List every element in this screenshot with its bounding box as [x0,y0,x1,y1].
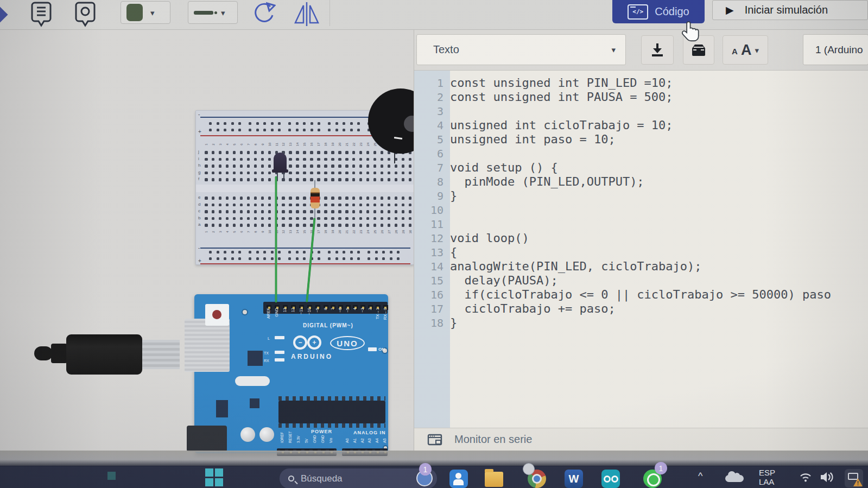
capacitor [240,427,255,442]
chip-small [248,351,263,366]
code-line[interactable]: 8 pinMode (PIN_LED,OUTPUT); [414,175,868,189]
rotate-icon[interactable] [251,1,276,27]
code-panel-toolbar: Texto ▾ A A ▾ [414,30,868,71]
onedrive-icon[interactable] [725,475,744,482]
chevron-down-icon: ▾ [611,46,616,54]
code-icon: </> [628,4,648,20]
code-line[interactable]: 13{ [414,245,868,259]
wire-gnd[interactable] [275,176,277,302]
edit-mode-select[interactable]: Texto ▾ [416,34,626,65]
code-line[interactable]: 16 if(cicloTrabajo <= 0 || cicloTrabajo … [414,288,868,302]
regulator [216,400,228,417]
windows-start-button[interactable] [205,468,223,486]
notification-badge: 1 [419,463,432,476]
board-select[interactable]: 1 (Arduino [803,34,868,65]
wire-style-icon [194,11,213,15]
ic-pins [278,396,385,401]
resistor-lead [314,208,315,219]
file-explorer-icon[interactable] [485,472,503,487]
on-led [368,347,377,351]
font-size-button[interactable]: A A ▾ [723,35,768,65]
code-line[interactable]: 4unsigned int cicloTrabajo = 10; [414,118,868,132]
search-box[interactable]: Búsqueda [280,468,437,488]
code-line[interactable]: 6 [414,147,868,161]
select-tool-icon[interactable] [0,6,8,23]
arduino-app-icon[interactable] [601,470,620,488]
wire-style-dropdown[interactable]: ▾ [188,1,238,24]
language-indicator[interactable]: ESP LAA [759,468,775,486]
arduino-brand: ARDUINO [291,353,333,360]
teams-icon[interactable] [449,470,468,488]
chip-small [250,398,259,408]
arduino-uno-board[interactable]: DIGITAL (PWM~) L TX RX − + ARDUINO UNO O… [194,294,388,453]
search-icon [288,476,294,481]
code-line[interactable]: 17 cicloTrabajo += paso; [414,302,868,316]
screen: ▾ ▾ </> Código ▶ Iniciar simulación -+-+… [0,0,868,488]
usb-cable-tip [34,346,53,360]
led-rx-label: RX [264,359,269,363]
download-icon [650,42,664,58]
top-toolbar: ▾ ▾ </> Código ▶ Iniciar simulación [0,0,868,30]
taskbar: Búsqueda 1 W 1 ^ ESP LAA ! [0,466,868,488]
led-l [275,336,284,339]
usb-port [185,319,230,372]
chevron-down-icon: ▾ [150,9,155,17]
code-line[interactable]: 15 delay(PAUSA); [414,274,868,288]
uno-label: UNO [330,336,365,350]
led[interactable] [274,153,287,172]
crystal [235,376,270,386]
toolbar-divider [330,0,330,26]
mouse-cursor [682,21,701,43]
word-icon[interactable]: W [565,470,583,488]
led-rx [275,358,284,362]
code-line[interactable]: 9} [414,189,868,203]
flip-mirror-icon[interactable] [292,1,321,27]
component-label-icon[interactable] [74,1,97,28]
on-label: ON [378,347,385,352]
security-warning-icon[interactable]: ! [845,469,863,487]
code-line[interactable]: 7void setup () { [414,161,868,175]
reset-button[interactable] [205,304,229,326]
search-placeholder: Búsqueda [301,473,343,484]
whatsapp-badge: 1 [655,462,667,474]
code-line[interactable]: 11 [414,217,868,231]
code-line[interactable]: 10 [414,203,868,217]
code-line[interactable]: 2const unsigned int PAUSA = 500; [414,90,868,104]
wifi-icon[interactable] [799,472,812,483]
code-line[interactable]: 12void loop() [414,231,868,245]
buzzer-mark [394,137,402,140]
led-tx-label: TX [264,351,269,355]
chevron-down-icon: ▾ [755,46,759,54]
overlay-app-icon[interactable] [523,463,535,475]
code-panel: Texto ▾ A A ▾ [414,30,868,451]
code-button[interactable]: </> Código [612,0,705,23]
color-swatch [126,4,143,21]
code-line[interactable]: 18} [414,316,868,330]
code-line[interactable]: 1const unsigned int PIN_LED =10; [414,76,868,90]
serial-monitor-bar[interactable]: Monitor en serie [414,428,868,451]
taskbar-app-icon[interactable] [107,472,116,480]
code-editor[interactable]: 1const unsigned int PIN_LED =10;2const u… [414,71,868,428]
color-picker-dropdown[interactable]: ▾ [121,1,170,24]
usb-cable-connector [142,340,180,369]
serial-monitor-icon [427,433,442,446]
circuit-canvas[interactable]: -+-+jeidhcgbfa11223344556677889910101111… [0,30,414,451]
play-icon: ▶ [726,5,734,15]
download-button[interactable] [641,35,674,65]
code-line[interactable]: 3 [414,104,868,118]
code-line[interactable]: 5unsigned int paso = 10; [414,132,868,147]
capacitor [259,427,274,442]
tray-chevron-icon[interactable]: ^ [698,471,702,482]
chevron-down-icon: ▾ [221,9,225,17]
code-line[interactable]: 14analogWrite(PIN_LED, cicloTrabajo); [414,259,868,274]
usb-cable-plug[interactable] [66,334,142,375]
notes-label-icon[interactable] [30,1,53,28]
start-simulation-button[interactable]: ▶ Iniciar simulación [712,0,868,20]
usb-cable-collar [51,344,67,363]
mount-hole [242,309,248,315]
microcontroller [278,401,385,423]
led-tx [275,351,284,354]
screen-edge [0,451,868,466]
resistor[interactable] [311,188,320,208]
volume-icon[interactable] [820,471,835,484]
